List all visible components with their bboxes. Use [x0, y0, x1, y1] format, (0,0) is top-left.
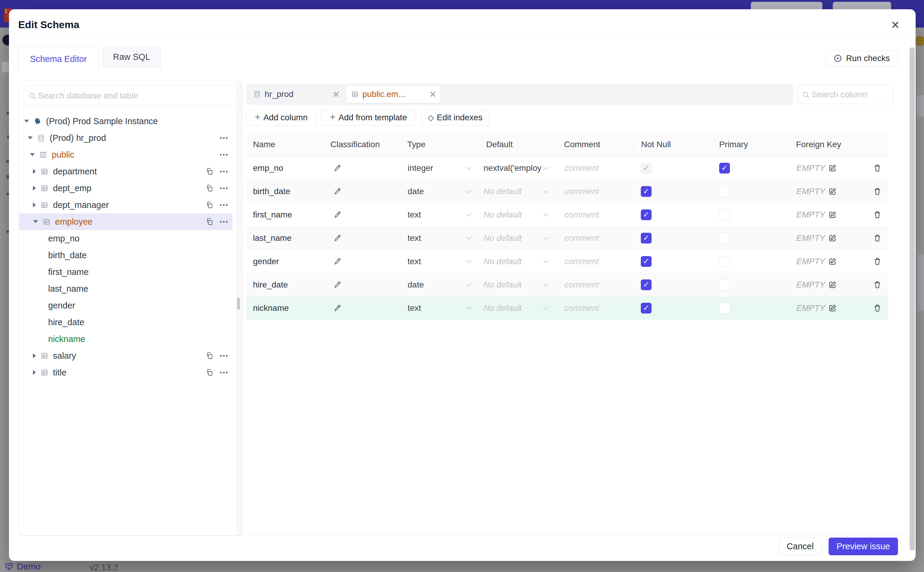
not-null-checkbox[interactable] — [641, 303, 651, 314]
default-select[interactable]: No default — [478, 180, 556, 203]
tree-item-column-emp-no[interactable]: emp_no — [19, 230, 242, 247]
tree-item-column-nickname[interactable]: nickname — [19, 331, 242, 347]
chevron-down-icon[interactable] — [28, 137, 33, 140]
primary-checkbox[interactable] — [719, 280, 730, 290]
close-icon[interactable] — [887, 17, 904, 34]
chevron-right-icon[interactable] — [33, 186, 36, 191]
add-from-template-button[interactable]: + Add from template — [321, 109, 416, 126]
comment-input[interactable]: comment — [556, 203, 633, 226]
cancel-button[interactable]: Cancel — [779, 538, 822, 555]
default-select[interactable]: No default — [478, 250, 556, 273]
more-icon[interactable] — [220, 204, 228, 206]
column-name-cell[interactable]: emp_no — [247, 157, 322, 179]
column-name-cell[interactable]: hire_date — [247, 273, 322, 296]
classification-cell[interactable] — [322, 297, 399, 320]
column-name-cell[interactable]: birth_date — [247, 180, 322, 203]
add-column-button[interactable]: + Add column — [247, 109, 316, 126]
comment-input[interactable]: comment — [556, 227, 633, 250]
pencil-icon[interactable] — [333, 187, 342, 196]
type-select[interactable]: integer — [399, 157, 478, 179]
primary-checkbox[interactable] — [719, 210, 730, 220]
not-null-checkbox[interactable] — [641, 280, 651, 290]
primary-checkbox[interactable] — [719, 163, 730, 174]
trash-icon[interactable] — [873, 210, 882, 219]
comment-input[interactable]: comment — [556, 157, 633, 179]
tree-item-database-hr-prod[interactable]: (Prod) hr_prod — [19, 129, 242, 146]
chevron-right-icon[interactable] — [33, 202, 36, 207]
trash-icon[interactable] — [873, 164, 882, 173]
column-name-cell[interactable]: gender — [247, 250, 322, 273]
edit-icon[interactable] — [828, 234, 837, 242]
tree-item-table-department[interactable]: department — [19, 163, 242, 180]
primary-checkbox[interactable] — [719, 256, 730, 267]
not-null-checkbox[interactable] — [641, 163, 651, 174]
tree-item-table-employee[interactable]: employee — [19, 213, 233, 230]
chevron-right-icon[interactable] — [33, 353, 36, 358]
type-select[interactable]: text — [399, 203, 478, 226]
more-icon[interactable] — [220, 372, 228, 373]
close-tab-icon[interactable] — [429, 89, 437, 99]
tree-item-column-birth-date[interactable]: birth_date — [19, 247, 242, 264]
trash-icon[interactable] — [873, 304, 882, 312]
copy-icon[interactable] — [206, 218, 214, 225]
chevron-down-icon[interactable] — [30, 153, 35, 156]
tree-item-table-dept-emp[interactable]: dept_emp — [19, 180, 242, 197]
column-name-cell[interactable]: first_name — [247, 203, 322, 226]
pencil-icon[interactable] — [333, 234, 342, 242]
editor-tab-hr-prod[interactable]: hr_prod — [247, 84, 346, 105]
tree-item-column-first-name[interactable]: first_name — [19, 264, 242, 280]
primary-checkbox[interactable] — [719, 233, 730, 244]
type-select[interactable]: date — [399, 180, 478, 203]
tab-raw-sql[interactable]: Raw SQL — [102, 46, 161, 68]
tab-schema-editor[interactable]: Schema Editor — [18, 46, 99, 72]
more-icon[interactable] — [220, 154, 228, 155]
type-select[interactable]: text — [399, 297, 478, 320]
not-null-checkbox[interactable] — [641, 256, 651, 267]
classification-cell[interactable] — [322, 273, 399, 296]
edit-icon[interactable] — [828, 257, 837, 266]
comment-input[interactable]: comment — [556, 273, 633, 296]
more-icon[interactable] — [220, 188, 228, 189]
pencil-icon[interactable] — [333, 211, 342, 219]
pencil-icon[interactable] — [333, 304, 342, 312]
edit-icon[interactable] — [828, 280, 837, 289]
trash-icon[interactable] — [873, 234, 882, 242]
trash-icon[interactable] — [873, 187, 882, 196]
trash-icon[interactable] — [873, 280, 882, 289]
classification-cell[interactable] — [322, 180, 399, 203]
editor-tab-public-employee[interactable]: public.em... — [346, 85, 441, 103]
modal-scrollbar-thumb[interactable] — [910, 47, 915, 550]
tree-item-table-dept-manager[interactable]: dept_manager — [19, 197, 242, 213]
primary-checkbox[interactable] — [719, 303, 730, 314]
type-select[interactable]: date — [399, 273, 478, 296]
default-select[interactable]: No default — [478, 227, 556, 250]
classification-cell[interactable] — [322, 203, 399, 226]
chevron-right-icon[interactable] — [33, 370, 36, 375]
pencil-icon[interactable] — [333, 281, 342, 289]
default-select[interactable]: No default — [478, 203, 556, 226]
copy-icon[interactable] — [206, 168, 214, 175]
edit-icon[interactable] — [828, 304, 837, 312]
chevron-right-icon[interactable] — [33, 169, 36, 174]
preview-issue-button[interactable]: Preview issue — [829, 538, 898, 555]
edit-icon[interactable] — [828, 164, 837, 173]
column-name-cell[interactable]: nickname — [247, 297, 322, 320]
more-icon[interactable] — [220, 171, 228, 172]
not-null-checkbox[interactable] — [641, 233, 651, 244]
pencil-icon[interactable] — [333, 257, 342, 266]
default-select[interactable]: nextval('employ — [478, 157, 556, 179]
close-tab-icon[interactable] — [333, 89, 340, 99]
tree-item-table-title[interactable]: title — [19, 364, 242, 381]
tree-item-table-salary[interactable]: salary — [19, 347, 242, 364]
comment-input[interactable]: comment — [556, 250, 633, 273]
tree-item-instance[interactable]: (Prod) Prod Sample Instance — [19, 113, 242, 129]
tree-item-column-hire-date[interactable]: hire_date — [19, 314, 242, 331]
comment-input[interactable]: comment — [556, 297, 633, 320]
classification-cell[interactable] — [322, 157, 399, 179]
type-select[interactable]: text — [399, 227, 478, 250]
classification-cell[interactable] — [322, 250, 399, 273]
default-select[interactable]: No default — [478, 273, 556, 296]
chevron-down-icon[interactable] — [33, 220, 38, 223]
tree-item-column-last-name[interactable]: last_name — [19, 280, 242, 297]
comment-input[interactable]: comment — [556, 180, 633, 203]
